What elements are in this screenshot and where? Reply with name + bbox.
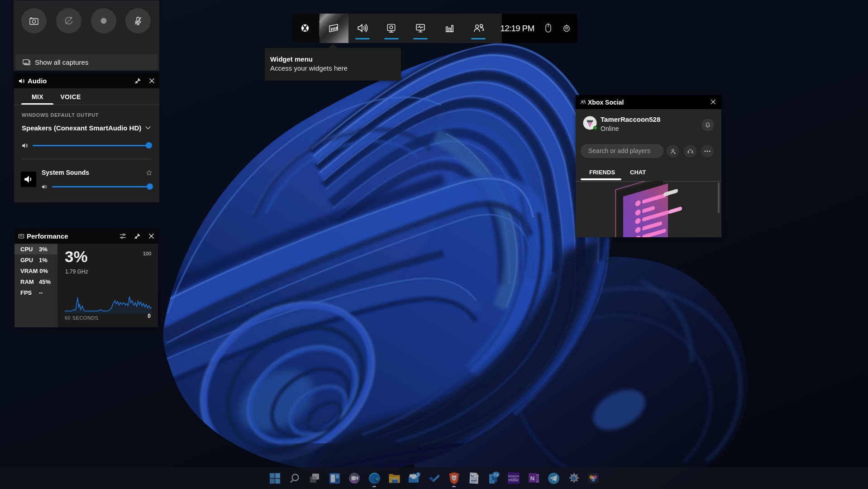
svg-text:amazon: amazon: [508, 475, 520, 478]
svg-text:W: W: [470, 474, 475, 478]
svg-text:music: music: [508, 478, 519, 482]
svg-text:2: 2: [417, 472, 420, 477]
svg-text:74: 74: [494, 472, 499, 477]
svg-text:N: N: [530, 475, 534, 481]
